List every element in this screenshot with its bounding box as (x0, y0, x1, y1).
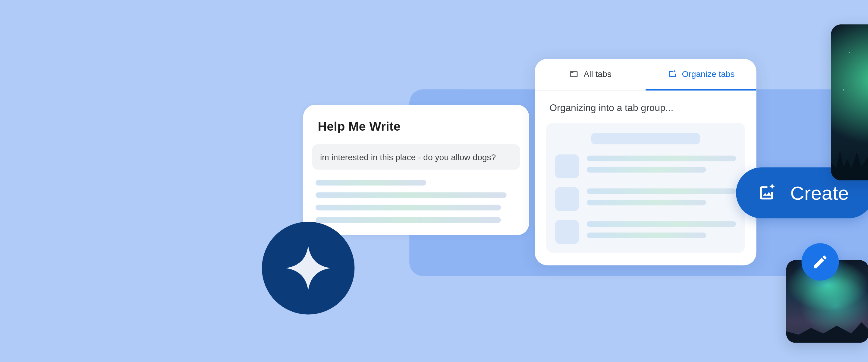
tab-organize-tabs-label: Organize tabs (682, 69, 735, 79)
organize-tabs-card: All tabs Organize tabs Organizing into a… (535, 59, 756, 265)
placeholder-group-title (591, 133, 700, 144)
pencil-icon (812, 253, 829, 270)
mountain-silhouette (786, 315, 868, 343)
help-me-write-title: Help Me Write (303, 119, 529, 144)
canvas: Help Me Write im interested in this plac… (203, 0, 868, 362)
assistant-star-icon (283, 243, 334, 294)
placeholder-line (315, 205, 501, 211)
placeholder-thumb (555, 187, 579, 211)
placeholder-line (587, 232, 706, 238)
organize-status-text: Organizing into a tab group... (535, 91, 756, 123)
placeholder-tab-row (555, 187, 736, 211)
help-me-write-input[interactable]: im interested in this place - do you all… (312, 144, 520, 170)
tab-all-tabs[interactable]: All tabs (535, 59, 646, 90)
placeholder-line (315, 217, 501, 223)
tab-sparkle-icon (667, 69, 678, 79)
placeholder-line (587, 167, 706, 172)
placeholder-line (587, 221, 736, 227)
organize-tab-bar: All tabs Organize tabs (535, 59, 756, 91)
image-sparkle-icon (755, 182, 778, 204)
help-me-write-card: Help Me Write im interested in this plac… (303, 105, 529, 235)
tab-all-tabs-label: All tabs (584, 69, 611, 79)
placeholder-line (315, 192, 507, 198)
theme-preview-large (831, 24, 868, 181)
placeholder-line (587, 200, 706, 205)
tree-silhouette (831, 140, 868, 181)
placeholder-tab-row (555, 155, 736, 178)
create-button-label: Create (790, 182, 849, 204)
placeholder-line (587, 156, 736, 161)
placeholder-line (587, 188, 736, 194)
placeholder-tab-row (555, 220, 736, 244)
placeholder-thumb (555, 220, 579, 244)
placeholder-thumb (555, 155, 579, 178)
help-me-write-loading (303, 180, 529, 223)
tab-organize-tabs[interactable]: Organize tabs (646, 59, 756, 90)
assistant-star-badge (262, 222, 355, 315)
placeholder-line (315, 180, 426, 186)
tab-group-placeholder (546, 123, 745, 253)
tab-icon (569, 69, 579, 79)
edit-theme-button[interactable] (802, 243, 839, 281)
